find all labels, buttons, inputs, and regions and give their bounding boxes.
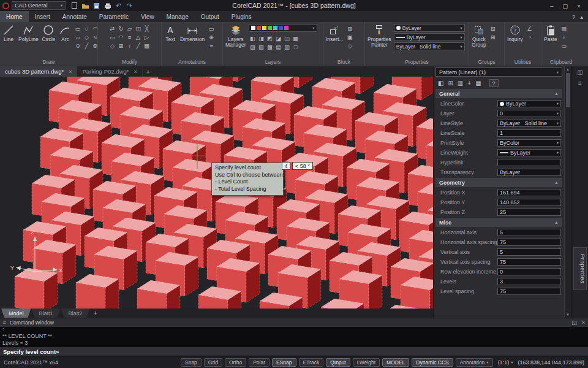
ribbon-tool-icon[interactable]: ▭: [560, 41, 568, 50]
property-value-field[interactable]: ByLayer: [497, 169, 561, 176]
ribbon-tool-icon[interactable]: ╳: [143, 24, 151, 33]
status-toggle-lweight[interactable]: LWeight: [353, 358, 380, 367]
section-header-general[interactable]: General▲: [435, 89, 562, 98]
menu-tab-output[interactable]: Output: [195, 11, 225, 22]
sheet-tab-model[interactable]: Model: [1, 309, 31, 318]
ribbon-tool-icon[interactable]: ⊙: [74, 41, 82, 50]
maximize-button[interactable]: ▢: [559, 1, 572, 10]
ribbon-tool-icon[interactable]: ◫: [134, 24, 143, 33]
status-toggle-etrack[interactable]: ETrack: [299, 358, 324, 367]
undo-icon[interactable]: ↶: [115, 2, 123, 9]
ribbon-tool-icon[interactable]: ▱: [126, 24, 134, 33]
menu-tab-annotate[interactable]: Annotate: [56, 11, 93, 22]
text-tool[interactable]: A Text: [163, 23, 178, 43]
document-tab[interactable]: cubes 3D pattern.dwg*×: [0, 66, 77, 77]
ribbon-tool-icon[interactable]: △: [134, 33, 143, 41]
ribbon-tool-icon[interactable]: ▦: [292, 34, 300, 42]
menu-tab-view[interactable]: View: [135, 11, 160, 22]
palette-dock-icon[interactable]: ◫: [571, 66, 588, 77]
ribbon-tool-icon[interactable]: ◇: [82, 33, 91, 41]
status-toggle-annotation[interactable]: Annotation▾: [456, 358, 493, 367]
palette-options-icon[interactable]: ≡: [571, 77, 588, 88]
ribbon-tool-icon[interactable]: ⊞: [345, 24, 354, 33]
status-toggle-grid[interactable]: Grid: [204, 358, 222, 367]
ribbon-tool-icon[interactable]: ▭: [108, 33, 117, 41]
ribbon-tool-icon[interactable]: ▭: [74, 24, 82, 33]
status-toggle-dynamic-ccs[interactable]: Dynamic CCS: [412, 358, 453, 367]
ribbon-tool-icon[interactable]: ≡: [126, 33, 134, 41]
menu-tab-manage[interactable]: Manage: [160, 11, 195, 22]
workspace-selector[interactable]: CAD General ▾: [12, 1, 66, 10]
ribbon-tool-icon[interactable]: ↕: [126, 41, 134, 50]
ribbon-tool-icon[interactable]: ⊕: [207, 33, 216, 41]
zoom-level[interactable]: (1:1) ▾: [498, 359, 513, 366]
property-value-field[interactable]: 161.694: [497, 189, 561, 196]
add-sheet-button[interactable]: +: [91, 309, 100, 318]
help-button[interactable]: ?: [489, 79, 499, 87]
status-toggle-ortho[interactable]: Ortho: [225, 358, 246, 367]
ribbon-tool-icon[interactable]: ▷: [143, 33, 151, 41]
command-window-header[interactable]: ≡ Command Window ◱ ×: [0, 318, 588, 327]
collapse-section-icon[interactable]: ▲: [554, 220, 559, 224]
menu-tab-parametric[interactable]: Parametric: [93, 11, 135, 22]
scroll-up-icon[interactable]: ▲: [566, 67, 570, 71]
ribbon-tool-icon[interactable]: ▧: [249, 42, 257, 51]
redo-icon[interactable]: ↷: [126, 2, 134, 9]
ribbon-tool-icon[interactable]: ▩: [266, 42, 274, 51]
properties-tool-icon[interactable]: ▦: [475, 80, 481, 86]
property-value-field[interactable]: 0: [497, 268, 561, 275]
float-panel-icon[interactable]: ◱: [571, 320, 577, 326]
close-button[interactable]: ×: [572, 1, 586, 10]
section-header-geometry[interactable]: Geometry▲: [435, 178, 562, 187]
ribbon-tool-icon[interactable]: ▭: [207, 24, 216, 33]
property-value-field[interactable]: [497, 159, 561, 166]
status-toggle-qinput[interactable]: QInput: [326, 358, 350, 367]
property-value-field[interactable]: 5: [497, 248, 561, 256]
cube-face[interactable]: [299, 77, 312, 88]
status-toggle-esnap[interactable]: ESnap: [272, 358, 296, 367]
level-count-input[interactable]: 4: [282, 162, 290, 170]
ribbon-tool-icon[interactable]: +: [560, 33, 568, 41]
menu-tab-plugins[interactable]: Plugins: [225, 11, 258, 22]
scroll-down-icon[interactable]: ▼: [566, 313, 570, 316]
status-toggle-polar[interactable]: Polar: [249, 358, 270, 367]
ribbon-tool-icon[interactable]: ◔: [526, 33, 534, 41]
entity-selector-dropdown[interactable]: Pattern (Linear) (1) ▾: [435, 67, 562, 77]
properties-tool-icon[interactable]: ▥: [458, 80, 463, 86]
quick-group-tool[interactable]: Quick Group: [470, 23, 488, 49]
property-value-field[interactable]: 3: [497, 278, 561, 285]
line-color-dropdown[interactable]: ByLayer ▾: [394, 24, 465, 32]
command-prompt[interactable]: Specify level count»: [0, 347, 588, 356]
command-history[interactable]: Specify level count» ESnap On Ortho On G…: [0, 327, 588, 347]
cube-face[interactable]: [360, 77, 374, 94]
close-panel-icon[interactable]: ×: [582, 320, 585, 326]
insert-block-tool[interactable]: Insert...: [325, 23, 344, 43]
ribbon-tool-icon[interactable]: ◫: [283, 34, 292, 42]
ribbon-tool-icon[interactable]: ◧: [249, 34, 257, 42]
collapse-section-icon[interactable]: ▲: [554, 180, 559, 185]
new-document-tab-button[interactable]: +: [143, 66, 154, 77]
ribbon-tool-icon[interactable]: ○: [82, 24, 91, 33]
document-tab[interactable]: Parking-P02.dwg*×: [77, 66, 142, 77]
section-header-misc[interactable]: Misc▲: [435, 218, 562, 227]
ribbon-tool-icon[interactable]: ▤: [560, 24, 568, 33]
property-value-field[interactable]: 140.852: [497, 199, 561, 206]
ribbon-tool-icon[interactable]: ▥: [283, 42, 292, 51]
open-file-icon[interactable]: [81, 2, 89, 9]
property-value-field[interactable]: 1: [497, 129, 561, 137]
property-value-field[interactable]: ByColor▾: [497, 139, 561, 147]
properties-painter-tool[interactable]: Properties Painter: [366, 23, 393, 49]
sheet-tab-blatt2[interactable]: Blatt2: [61, 309, 90, 318]
menu-tab-insert[interactable]: Insert: [29, 11, 56, 22]
property-value-field[interactable]: ByLayer Solid line▾: [497, 120, 561, 127]
ribbon-tool-icon[interactable]: ⊞: [489, 33, 497, 41]
property-value-field[interactable]: 75: [497, 239, 561, 246]
ribbon-tool-icon[interactable]: □: [292, 42, 300, 51]
status-toggle-model[interactable]: MODEL: [382, 358, 409, 367]
line-tool[interactable]: Line: [1, 23, 16, 43]
ribbon-tool-icon[interactable]: ╱: [134, 41, 143, 50]
ribbon-tool-icon[interactable]: ▨: [257, 42, 266, 51]
ribbon-tool-icon[interactable]: ≡: [207, 41, 216, 50]
property-value-field[interactable]: ByLayer▾: [497, 100, 561, 107]
scrollbar-thumb[interactable]: [566, 73, 570, 107]
